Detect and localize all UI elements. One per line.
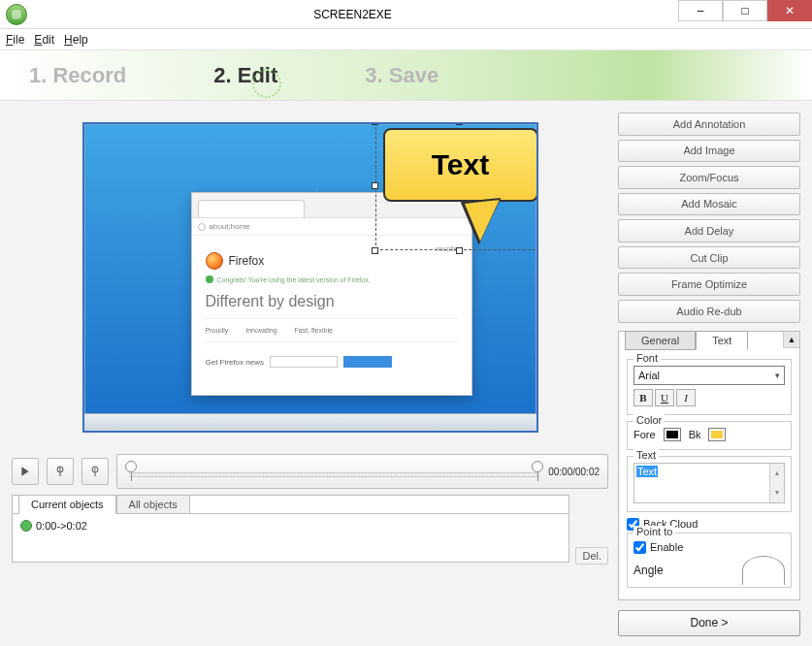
svg-text:¢: ¢: [94, 467, 97, 472]
window-title: SCREEN2EXE: [27, 8, 678, 21]
col1: Proudly: [206, 327, 229, 334]
objects-panel: Current objects All objects 0:00->0:02: [12, 495, 569, 563]
timeline-marker-start[interactable]: [125, 461, 137, 472]
tab-current-objects[interactable]: Current objects: [18, 495, 116, 514]
window-titlebar: SCREEN2EXE – □ ✕: [0, 0, 812, 29]
scroll-up-button[interactable]: ▲: [783, 332, 799, 348]
chevron-down-icon: ▾: [775, 371, 780, 380]
point-to-fieldset: Point to Enable Angle: [627, 533, 792, 588]
callout-bubble[interactable]: Text: [383, 128, 538, 202]
zoom-focus-button[interactable]: Zoom/Focus: [618, 166, 800, 189]
font-select[interactable]: Arial ▾: [633, 366, 785, 385]
underline-button[interactable]: U: [655, 389, 674, 406]
marker-start-button[interactable]: $: [47, 458, 74, 485]
add-image-button[interactable]: Add Image: [618, 140, 800, 163]
add-annotation-button[interactable]: Add Annotation: [618, 113, 800, 136]
firefox-msg: Congrats! You're using the latest versio…: [217, 276, 371, 283]
delete-button[interactable]: Del.: [575, 547, 608, 565]
firefox-logo-icon: [206, 252, 223, 270]
text-legend: Text: [633, 449, 659, 461]
resize-handle-ml[interactable]: [372, 182, 378, 189]
font-value: Arial: [638, 370, 660, 381]
step-edit[interactable]: 2. Edit: [213, 63, 277, 88]
property-tabs: General Text: [625, 331, 748, 350]
annotation-selection[interactable]: Text: [375, 122, 538, 250]
fore-color-swatch[interactable]: [664, 428, 681, 441]
address-text: about:home: [210, 222, 250, 231]
timecode: 00:00/00:02: [548, 467, 600, 477]
main-area: about:home mozilla Firefox Congrats! You…: [0, 101, 812, 646]
add-mosaic-button[interactable]: Add Mosaic: [618, 193, 800, 216]
resize-handle-tl[interactable]: [372, 122, 378, 125]
bold-button[interactable]: B: [633, 389, 653, 406]
tab-all-objects[interactable]: All objects: [116, 495, 190, 514]
callout-tail[interactable]: [460, 198, 505, 246]
text-input-value: Text: [636, 466, 658, 477]
svg-rect-0: [12, 10, 21, 19]
playback-controls: $ ¢ 00:00/00:02: [12, 454, 608, 489]
resize-handle-bl[interactable]: [372, 247, 378, 254]
svg-text:$: $: [59, 467, 62, 472]
browser-tab: [198, 200, 305, 217]
right-column: Add Annotation Add Image Zoom/Focus Add …: [618, 113, 800, 636]
minimize-button[interactable]: –: [678, 0, 723, 21]
audio-redub-button[interactable]: Audio Re-dub: [618, 300, 800, 323]
bk-label: Bk: [689, 429, 701, 440]
preview-wrap: about:home mozilla Firefox Congrats! You…: [12, 113, 608, 442]
step-bar: 1. Record 2. Edit 3. Save: [0, 50, 812, 101]
color-legend: Color: [633, 414, 665, 426]
step-record[interactable]: 1. Record: [29, 63, 126, 88]
cut-clip-button[interactable]: Cut Clip: [618, 246, 800, 270]
menu-file[interactable]: File: [6, 33, 24, 47]
window-controls: – □ ✕: [678, 0, 812, 21]
enable-input[interactable]: [633, 541, 646, 554]
menu-edit[interactable]: Edit: [34, 33, 54, 47]
timeline[interactable]: 00:00/00:02: [116, 454, 608, 489]
col2: Innovating: [245, 327, 276, 334]
object-item-label: 0:00->0:02: [36, 520, 87, 532]
object-tabs: Current objects All objects: [18, 495, 568, 514]
font-legend: Font: [633, 353, 661, 364]
done-button[interactable]: Done >: [618, 610, 800, 636]
app-icon: [6, 4, 27, 25]
check-icon: [206, 275, 213, 283]
menu-bar: File Edit Help: [0, 29, 812, 50]
properties-panel: ▲ General Text Font Arial ▾ B U I: [618, 331, 800, 600]
italic-button[interactable]: I: [676, 389, 696, 406]
annotation-icon: [20, 520, 32, 532]
resize-handle-bm[interactable]: [456, 247, 463, 254]
scroll-down-icon[interactable]: ▾: [770, 483, 784, 502]
frame-optimize-button[interactable]: Frame Optimize: [618, 273, 800, 296]
bk-color-swatch[interactable]: [708, 428, 726, 441]
text-fieldset: Text Text ▴▾: [627, 456, 792, 512]
fore-label: Fore: [633, 429, 656, 440]
reload-icon: [198, 223, 206, 231]
object-item[interactable]: 0:00->0:02: [20, 520, 87, 532]
angle-label: Angle: [633, 564, 664, 577]
text-input[interactable]: Text ▴▾: [633, 463, 785, 503]
video-preview[interactable]: about:home mozilla Firefox Congrats! You…: [82, 122, 538, 433]
menu-help[interactable]: Help: [64, 33, 88, 47]
timeline-track[interactable]: [129, 472, 539, 477]
signup-button: [343, 356, 392, 368]
add-delay-button[interactable]: Add Delay: [618, 219, 800, 242]
taskbar: [84, 413, 536, 431]
step-save[interactable]: 3. Save: [365, 63, 438, 88]
angle-preview[interactable]: [742, 556, 785, 585]
marker-end-button[interactable]: ¢: [81, 458, 109, 485]
scroll-up-icon[interactable]: ▴: [770, 464, 784, 483]
firefox-name: Firefox: [229, 254, 265, 268]
enable-checkbox[interactable]: Enable: [633, 541, 785, 554]
timeline-marker-end[interactable]: [532, 461, 543, 472]
text-scrollbar[interactable]: ▴▾: [769, 464, 784, 502]
play-button[interactable]: [12, 458, 39, 485]
close-button[interactable]: ✕: [767, 0, 812, 21]
firefox-headline: Different by design: [206, 293, 458, 310]
tab-text[interactable]: Text: [696, 331, 748, 350]
email-placeholder: [270, 356, 338, 368]
font-fieldset: Font Arial ▾ B U I: [627, 359, 792, 415]
tab-general[interactable]: General: [625, 331, 696, 350]
resize-handle-tm[interactable]: [456, 122, 463, 125]
left-column: about:home mozilla Firefox Congrats! You…: [12, 113, 608, 636]
maximize-button[interactable]: □: [723, 0, 767, 21]
